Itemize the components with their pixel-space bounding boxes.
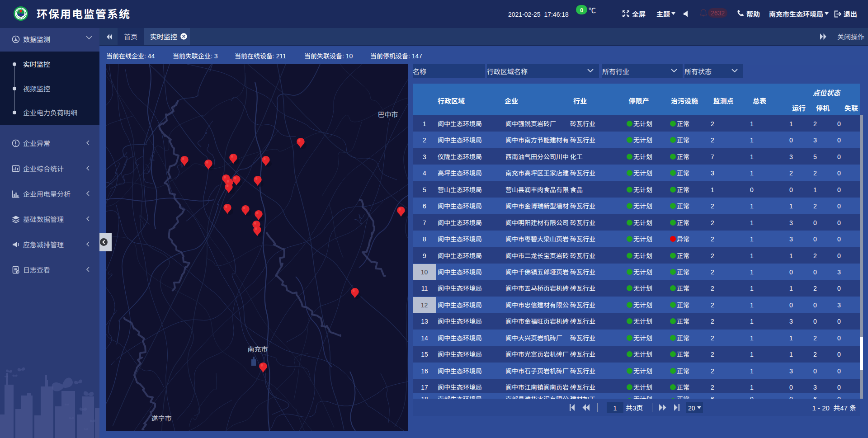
svg-text:南充市: 南充市 [247, 344, 268, 353]
svg-text:巴中市: 巴中市 [377, 109, 398, 119]
svg-text:遂宁市: 遂宁市 [151, 413, 171, 423]
